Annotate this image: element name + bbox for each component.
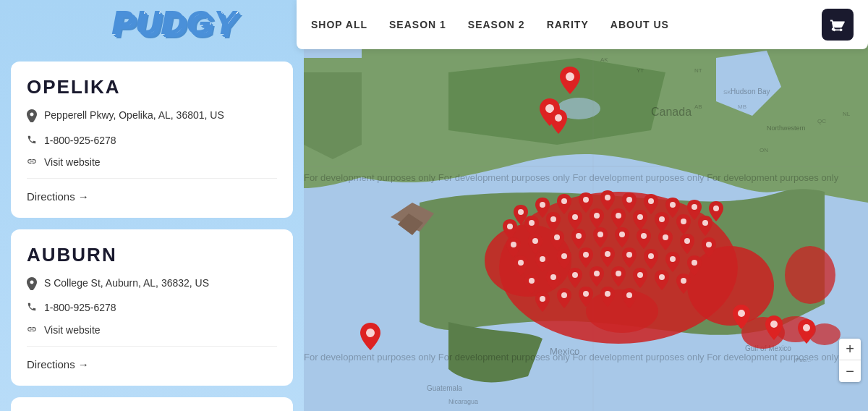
- website-detail-auburn: Visit website: [27, 323, 277, 339]
- directions-link-opelika[interactable]: Directions →: [27, 190, 89, 203]
- phone-icon-auburn: [27, 302, 37, 316]
- location-card-auburn: AUBURN S College St, Auburn, AL, 36832, …: [11, 229, 293, 386]
- svg-point-49: [681, 219, 686, 224]
- svg-point-47: [637, 214, 643, 220]
- svg-point-59: [684, 238, 690, 244]
- nav-rarity[interactable]: RARITY: [547, 19, 589, 30]
- phone-icon-opelika: [27, 135, 37, 149]
- link-icon-auburn: [27, 324, 37, 339]
- nav-about-us[interactable]: ABOUT US: [610, 19, 669, 30]
- svg-text:QC: QC: [817, 118, 826, 124]
- svg-point-31: [518, 209, 524, 215]
- svg-text:For development purposes only : For development purposes only For develo…: [304, 352, 839, 363]
- svg-point-62: [540, 256, 545, 262]
- svg-point-82: [626, 292, 632, 298]
- svg-text:For development purposes only : For development purposes only For develo…: [304, 172, 839, 183]
- svg-text:AK: AK: [600, 56, 608, 63]
- location-card-opelika: OPELIKA Pepperell Pkwy, Opelika, AL, 368…: [11, 62, 293, 218]
- svg-point-77: [681, 278, 686, 284]
- svg-point-38: [670, 202, 676, 208]
- address-detail-opelika: Pepperell Pkwy, Opelika, AL, 36801, US: [27, 109, 277, 127]
- map-zoom-controls: + −: [839, 339, 861, 382]
- phone-detail-auburn: 1-800-925-6278: [27, 301, 277, 316]
- svg-text:Canada: Canada: [651, 106, 692, 118]
- svg-point-32: [540, 202, 545, 208]
- location-card-alabaster: ALABASTER Colonial Promenade Pkwy...: [11, 397, 293, 411]
- svg-text:Guatemala: Guatemala: [427, 384, 462, 392]
- svg-point-57: [641, 233, 647, 239]
- svg-point-35: [605, 195, 610, 200]
- address-text-opelika: Pepperell Pkwy, Opelika, AL, 36801, US: [44, 109, 224, 123]
- svg-text:NL: NL: [843, 111, 851, 117]
- svg-text:ON: ON: [760, 147, 768, 153]
- svg-point-52: [532, 238, 538, 244]
- svg-point-44: [572, 214, 578, 220]
- svg-point-73: [594, 271, 600, 276]
- svg-point-74: [616, 271, 621, 276]
- svg-point-76: [659, 274, 665, 280]
- zoom-in-button[interactable]: +: [839, 339, 861, 360]
- svg-text:SK: SK: [723, 89, 731, 96]
- address-text-auburn: S College St, Auburn, AL, 36832, US: [44, 276, 209, 291]
- svg-point-41: [507, 224, 513, 229]
- nav-season-1[interactable]: SEASON 1: [389, 19, 446, 30]
- svg-text:Nicaragua: Nicaragua: [448, 398, 478, 405]
- svg-point-83: [738, 310, 745, 317]
- location-name-opelika: OPELIKA: [27, 76, 277, 98]
- svg-point-78: [540, 296, 545, 302]
- phone-text-opelika: 1-800-925-6278: [44, 134, 116, 148]
- cart-icon: [830, 17, 846, 33]
- sidebar: PUDGY OPELIKA Pepperell Pkwy, Opelika, A…: [0, 0, 304, 411]
- svg-point-26: [785, 246, 835, 304]
- svg-text:Northwestern: Northwestern: [767, 124, 806, 132]
- svg-point-72: [572, 272, 578, 278]
- svg-point-61: [518, 260, 524, 266]
- svg-point-54: [576, 233, 582, 239]
- phone-detail-opelika: 1-800-925-6278: [27, 134, 277, 149]
- svg-text:AB: AB: [694, 103, 702, 110]
- svg-point-37: [648, 198, 654, 204]
- nav-shop-all[interactable]: SHOP ALL: [311, 19, 367, 30]
- svg-text:Hudson Bay: Hudson Bay: [731, 88, 770, 96]
- svg-point-42: [529, 220, 535, 226]
- svg-point-81: [605, 291, 610, 297]
- svg-point-22: [586, 289, 658, 333]
- location-pin-icon-auburn: [27, 277, 37, 295]
- logo: PUDGY: [112, 4, 238, 43]
- directions-link-auburn[interactable]: Directions →: [27, 358, 89, 370]
- location-pin-icon: [27, 109, 37, 127]
- svg-point-53: [554, 234, 560, 240]
- nav-season-2[interactable]: SEASON 2: [468, 19, 525, 30]
- zoom-out-button[interactable]: −: [839, 360, 861, 382]
- svg-point-29: [555, 114, 562, 122]
- website-text-opelika[interactable]: Visit website: [44, 156, 101, 170]
- svg-point-43: [550, 216, 556, 222]
- svg-text:NT: NT: [694, 67, 702, 74]
- website-text-auburn[interactable]: Visit website: [44, 323, 101, 338]
- svg-point-50: [702, 220, 708, 226]
- svg-point-80: [583, 291, 589, 297]
- svg-point-71: [550, 274, 556, 280]
- logo-text: PUDGY: [112, 4, 238, 43]
- map-area[interactable]: Canada Hudson Bay Northwestern YT AK NT …: [304, 0, 868, 411]
- svg-point-75: [637, 272, 643, 278]
- svg-point-27: [566, 72, 574, 81]
- svg-point-46: [616, 213, 621, 219]
- svg-point-33: [561, 198, 567, 204]
- svg-point-48: [659, 216, 665, 222]
- link-icon-opelika: [27, 156, 37, 171]
- svg-point-51: [511, 242, 516, 247]
- svg-point-66: [626, 252, 632, 258]
- svg-point-36: [626, 197, 632, 203]
- svg-point-68: [670, 256, 676, 262]
- svg-point-30: [366, 329, 375, 337]
- phone-text-auburn: 1-800-925-6278: [44, 301, 116, 315]
- nav-links: SHOP ALL SEASON 1 SEASON 2 RARITY ABOUT …: [311, 19, 669, 30]
- svg-point-84: [770, 321, 778, 328]
- location-name-auburn: AUBURN: [27, 244, 277, 266]
- svg-point-63: [561, 253, 567, 259]
- nav-bar: SHOP ALL SEASON 1 SEASON 2 RARITY ABOUT …: [297, 0, 868, 49]
- cart-button[interactable]: [822, 9, 854, 41]
- svg-point-34: [583, 197, 589, 203]
- website-detail-opelika: Visit website: [27, 156, 277, 171]
